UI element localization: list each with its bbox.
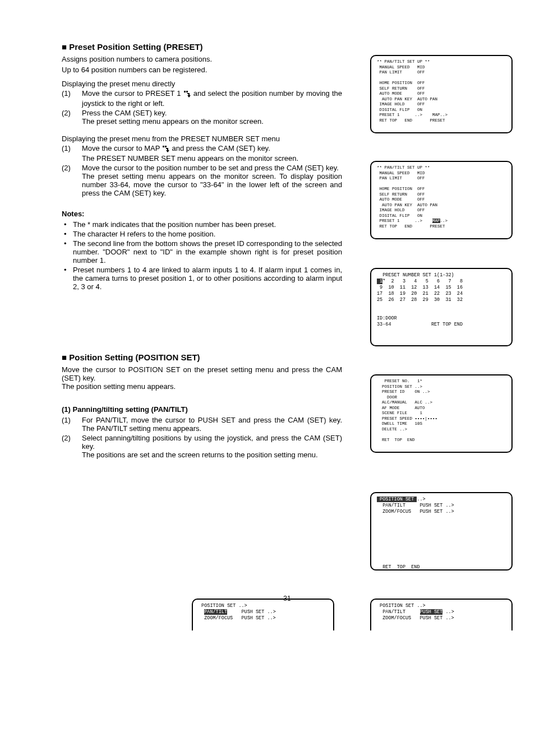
step-num: (2) bbox=[62, 434, 82, 459]
monitor-screen-preset-no: PRESET NO. 1* POSITION SET ..> PRESET ID… bbox=[370, 374, 513, 453]
svg-rect-0 bbox=[184, 91, 186, 92]
note-item: The character H refers to the home posit… bbox=[62, 230, 342, 238]
list-direct: (1) Move the cursor to PRESET 1 and sele… bbox=[62, 89, 342, 126]
note-item: The second line from the bottom shows th… bbox=[62, 239, 342, 265]
step-num: (1) bbox=[62, 89, 82, 108]
m2-body: ** PAN/TILT SET UP ** MANUAL SPEED MID P… bbox=[377, 165, 437, 223]
m4-body: PRESET NO. 1* POSITION SET ..> PRESET ID… bbox=[377, 379, 437, 442]
direct-step-1: (1) Move the cursor to PRESET 1 and sele… bbox=[62, 89, 342, 108]
monitor-screen-preset-number-set: PRESET NUMBER SET 1(1-32) 1* 2 3 4 5 6 7… bbox=[370, 268, 513, 346]
heading-preset: ■ Preset Position Setting (PRESET) bbox=[62, 42, 513, 52]
pt-step-2: (2) Select panning/tilting positions by … bbox=[62, 434, 342, 459]
m3-rest: * 2 3 4 5 6 7 8 9 10 11 12 13 14 15 16 1… bbox=[377, 279, 463, 327]
m5-body: ..> PAN/TILT PUSH SET ..> ZOOM/FOCUS PUS… bbox=[377, 497, 454, 570]
subhead-from: Displaying the preset menu from the PRES… bbox=[62, 134, 513, 143]
step-num: (1) bbox=[62, 416, 82, 433]
m7-pre: POSITION SET ..> PAN/TILT bbox=[377, 603, 426, 615]
svg-rect-2 bbox=[163, 146, 164, 147]
heading-position-setting: ■ Position Setting (POSITION SET) bbox=[62, 353, 513, 362]
monitor-screen-pantilt-pushset-b: POSITION SET ..> PAN/TILT PUSH SET ..> Z… bbox=[370, 599, 513, 630]
m3-hl: 1 bbox=[377, 279, 382, 284]
step-text: Move the cursor to PRESET 1 and select t… bbox=[82, 89, 342, 108]
list-from: (1) Move the cursor to MAP and press the… bbox=[62, 144, 342, 197]
map-arrow-icon bbox=[162, 145, 170, 154]
step-text: Press the CAM (SET) key. The preset sett… bbox=[82, 109, 342, 126]
m1-body: ** PAN/TILT SET UP ** MANUAL SPEED MID P… bbox=[377, 59, 448, 123]
svg-rect-1 bbox=[186, 91, 188, 92]
preset-arrow-icon bbox=[183, 90, 191, 99]
step-num: (1) bbox=[62, 144, 82, 163]
m6-hl: PAN/TILT bbox=[204, 609, 227, 615]
step-num: (2) bbox=[62, 164, 82, 197]
t1a: Move the cursor to MAP bbox=[82, 144, 162, 152]
m7-hl: PUSH SET bbox=[420, 609, 443, 615]
step-text: For PAN/TILT, move the cursor to PUSH SE… bbox=[82, 416, 342, 433]
position-para: Move the cursor to POSITION SET on the p… bbox=[62, 365, 342, 391]
svg-rect-3 bbox=[165, 146, 167, 147]
m3-title: PRESET NUMBER SET 1(1-32) bbox=[377, 272, 454, 278]
from-step-1: (1) Move the cursor to MAP and press the… bbox=[62, 144, 342, 163]
note-item: The * mark indicates that the position n… bbox=[62, 220, 342, 229]
step-num: (2) bbox=[62, 109, 82, 126]
step-text: Move the cursor to the position number t… bbox=[82, 164, 342, 197]
from-step-2: (2) Move the cursor to the position numb… bbox=[62, 164, 342, 197]
m2-hl: MAP bbox=[432, 219, 440, 223]
step-text: Select panning/tilting positions by usin… bbox=[82, 434, 342, 459]
t1a: Move the cursor to PRESET 1 bbox=[82, 89, 183, 98]
monitor-screen-pantilt-setup-b: ** PAN/TILT SET UP ** MANUAL SPEED MID P… bbox=[370, 161, 513, 239]
list-pantilt: (1) For PAN/TILT, move the cursor to PUS… bbox=[62, 416, 342, 459]
notes-list: The * mark indicates that the position n… bbox=[62, 220, 342, 291]
monitor-screen-pantilt-pushset-a: POSITION SET ..> PAN/TILT PUSH SET ..> Z… bbox=[192, 599, 334, 630]
direct-step-2: (2) Press the CAM (SET) key. The preset … bbox=[62, 109, 342, 126]
m5-hl: POSITION SET bbox=[377, 497, 417, 502]
monitor-screen-pantilt-setup-a: ** PAN/TILT SET UP ** MANUAL SPEED MID P… bbox=[370, 55, 513, 133]
heading-preset-note: Up to 64 position numbers can be registe… bbox=[62, 66, 342, 74]
step-text: Move the cursor to MAP and press the CAM… bbox=[82, 144, 342, 163]
heading-preset-sub: Assigns position numbers to camera posit… bbox=[62, 55, 342, 63]
pt-step-1: (1) For PAN/TILT, move the cursor to PUS… bbox=[62, 416, 342, 433]
note-item: Preset numbers 1 to 4 are linked to alar… bbox=[62, 266, 342, 291]
monitor-screen-position-set: POSITION SET ..> PAN/TILT PUSH SET ..> Z… bbox=[370, 492, 513, 571]
